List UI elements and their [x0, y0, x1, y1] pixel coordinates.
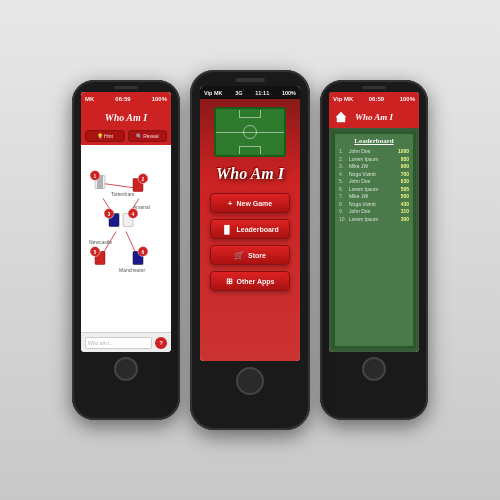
center-speaker — [235, 78, 265, 82]
right-status-battery: 100% — [400, 96, 415, 102]
other-apps-label: Other Apps — [237, 278, 275, 285]
lb-score-8: 430 — [401, 201, 409, 207]
leaderboard-icon: ▐▌ — [221, 225, 232, 234]
center-bg: Who Am I + New Game ▐▌ Leaderboard 🛒 — [200, 99, 300, 361]
svg-text:Arsenal: Arsenal — [133, 204, 150, 210]
center-status-carrier: Vip MK — [204, 90, 223, 96]
left-title: Who Am I — [105, 112, 147, 123]
lb-row-10: 10. Lorem Ipsum 300 — [339, 216, 409, 222]
reveal-icon: 🔍 — [136, 133, 142, 139]
lb-rank-3: 3. — [339, 163, 349, 169]
left-status-battery: 100% — [152, 96, 167, 102]
svg-text:6: 6 — [142, 249, 145, 255]
svg-text:Manchester: Manchester — [119, 267, 145, 273]
lb-name-10: Lorem Ipsum — [349, 216, 401, 222]
lb-score-2: 950 — [401, 156, 409, 162]
field-icon-container — [210, 107, 290, 162]
lb-score-6: 595 — [401, 186, 409, 192]
center-status-battery: 100% — [282, 90, 296, 96]
lb-name-8: Noga Vizinti — [349, 201, 401, 207]
lb-row-6: 6. Lorem Ipsum 595 — [339, 186, 409, 192]
hint-label: Hint — [104, 133, 113, 139]
reveal-button[interactable]: 🔍 Reveal — [128, 130, 168, 142]
lb-row-3: 3. Mike JW 900 — [339, 163, 409, 169]
lb-name-7: Mike JW — [349, 193, 401, 199]
left-home-button[interactable] — [114, 357, 138, 381]
menu-buttons: + New Game ▐▌ Leaderboard 🛒 Store ⊞ — [210, 190, 290, 294]
lb-row-4: 4. Noga Vizinti 700 — [339, 171, 409, 177]
right-home-button[interactable] — [362, 357, 386, 381]
lb-row-5: 5. John Doe 630 — [339, 178, 409, 184]
leaderboard-label: Leaderboard — [236, 226, 278, 233]
svg-line-4 — [126, 232, 136, 254]
right-header: Who Am I — [329, 106, 419, 128]
help-label: ? — [159, 340, 163, 346]
left-buttons-row: 💡 Hint 🔍 Reveal — [81, 128, 171, 145]
svg-text:2: 2 — [142, 176, 145, 182]
hint-button[interactable]: 💡 Hint — [85, 130, 125, 142]
lb-name-4: Noga Vizinti — [349, 171, 401, 177]
lb-name-2: Lorem Ipsum — [349, 156, 401, 162]
lb-rank-6: 6. — [339, 186, 349, 192]
svg-text:1: 1 — [94, 173, 97, 179]
lb-rank-1: 1. — [339, 148, 349, 154]
lb-rank-9: 9. — [339, 208, 349, 214]
new-game-label: New Game — [236, 200, 272, 207]
guess-input[interactable]: Who am i... — [85, 337, 152, 349]
left-phone-screen: MK 06:59 100% Who Am I 💡 Hint 🔍 R — [81, 92, 171, 352]
home-icon[interactable] — [334, 110, 348, 124]
new-game-button[interactable]: + New Game — [210, 193, 290, 213]
lb-score-4: 700 — [401, 171, 409, 177]
right-screen-content: Vip MK 06:59 100% Who Am I — [329, 92, 419, 352]
left-status-time: 06:59 — [115, 96, 130, 102]
lb-name-6: Lorem Ipsum — [349, 186, 401, 192]
lb-name-9: John Doe — [349, 208, 401, 214]
help-button[interactable]: ? — [155, 337, 167, 349]
right-speaker — [362, 86, 386, 89]
left-header: Who Am I — [81, 106, 171, 128]
lb-rank-5: 5. — [339, 178, 349, 184]
store-icon: 🛒 — [234, 251, 244, 260]
left-screen-content: MK 06:59 100% Who Am I 💡 Hint 🔍 R — [81, 92, 171, 352]
center-status-time: 11:11 — [255, 90, 269, 96]
lb-name-1: John Doe — [349, 148, 398, 154]
new-game-icon: + — [228, 199, 233, 208]
center-status-network: 3G — [235, 90, 242, 96]
lb-score-1: 1000 — [398, 148, 409, 154]
store-button[interactable]: 🛒 Store — [210, 245, 290, 265]
right-status-bar: Vip MK 06:59 100% — [329, 92, 419, 106]
right-title: Who Am I — [355, 112, 393, 122]
svg-text:5: 5 — [94, 249, 97, 255]
phones-container: MK 06:59 100% Who Am I 💡 Hint 🔍 R — [72, 70, 428, 430]
other-apps-button[interactable]: ⊞ Other Apps — [210, 271, 290, 291]
lb-rank-8: 8. — [339, 201, 349, 207]
svg-text:Tottenham: Tottenham — [111, 191, 134, 197]
right-status-time: 06:59 — [369, 96, 384, 102]
lb-rank-10: 10. — [339, 216, 349, 222]
lb-rank-4: 4. — [339, 171, 349, 177]
left-speaker — [114, 86, 138, 89]
leaderboard-area: Leaderboard 1. John Doe 1000 2. Lorem Ip… — [332, 131, 416, 349]
soccer-field — [214, 107, 286, 157]
leaderboard-button[interactable]: ▐▌ Leaderboard — [210, 219, 290, 239]
lb-score-10: 300 — [401, 216, 409, 222]
center-phone-screen: Vip MK 3G 11:11 100% — [200, 86, 300, 361]
right-phone-screen: Vip MK 06:59 100% Who Am I — [329, 92, 419, 352]
lb-rank-7: 7. — [339, 193, 349, 199]
svg-text:Newcastle: Newcastle — [89, 239, 112, 245]
lb-row-9: 9. John Doe 310 — [339, 208, 409, 214]
leaderboard-title: Leaderboard — [339, 137, 409, 145]
other-apps-icon: ⊞ — [226, 277, 233, 286]
hint-icon: 💡 — [97, 133, 103, 139]
field-center-circle — [243, 125, 257, 139]
left-game-area: 1 2 3 4 5 6 Tottenham Arsenal — [81, 145, 171, 332]
center-title: Who Am I — [216, 166, 284, 182]
lb-name-5: John Doe — [349, 178, 401, 184]
home-icon-svg — [334, 110, 348, 124]
lb-row-1: 1. John Doe 1000 — [339, 148, 409, 154]
left-phone: MK 06:59 100% Who Am I 💡 Hint 🔍 R — [72, 80, 180, 420]
connection-lines-svg: 1 2 3 4 5 6 Tottenham Arsenal — [81, 145, 171, 332]
lb-score-3: 900 — [401, 163, 409, 169]
left-status-carrier: MK — [85, 96, 94, 102]
center-home-button[interactable] — [236, 367, 264, 395]
